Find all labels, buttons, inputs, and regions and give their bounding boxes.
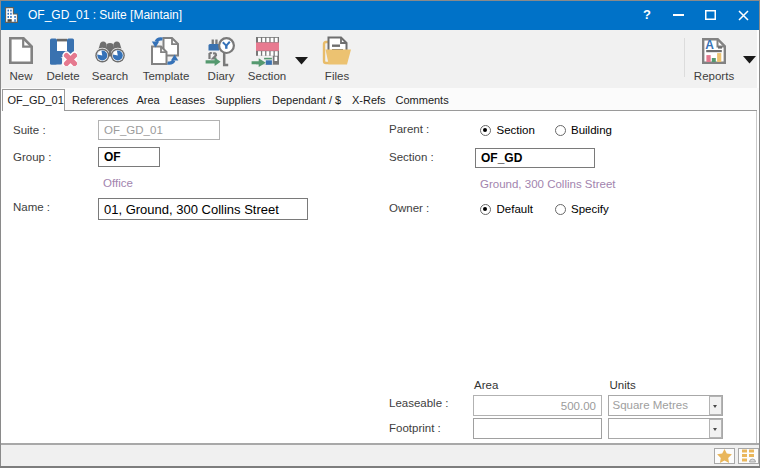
svg-text:A: A: [705, 38, 714, 52]
